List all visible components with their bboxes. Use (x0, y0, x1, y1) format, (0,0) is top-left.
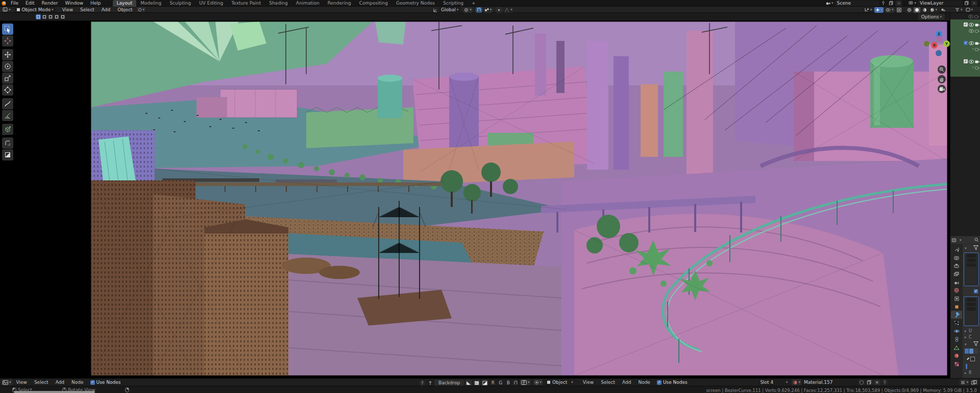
outliner-filter-icon[interactable]: ▾ (954, 7, 964, 13)
menu-help[interactable]: Help (87, 1, 105, 6)
properties-tab-view-layer[interactable] (951, 270, 962, 278)
parent-node-icon[interactable] (427, 380, 433, 386)
shader-menu-view[interactable]: View (579, 380, 597, 385)
workspace-tab-geometry-nodes[interactable]: Geometry Nodes (392, 0, 439, 7)
collection-exclude-checkbox[interactable]: ✓ (964, 41, 968, 45)
properties-tab-world[interactable] (951, 286, 962, 294)
compositor-menu-view[interactable]: View (13, 380, 31, 385)
tool-select-box[interactable] (2, 24, 13, 35)
pivot-point-icon[interactable]: ▾ (463, 7, 473, 13)
tool-transform[interactable] (2, 84, 13, 96)
filter-funnel-icon[interactable] (973, 341, 978, 346)
menu-render[interactable]: Render (38, 1, 62, 6)
tool-scale[interactable] (2, 73, 13, 84)
workspace-tab-sculpting[interactable]: Sculpting (165, 0, 195, 7)
pin-icon[interactable] (881, 380, 888, 385)
properties-tab-scene[interactable] (951, 278, 962, 286)
shading-material-icon[interactable] (921, 7, 928, 13)
disable-render-camera-icon[interactable] (975, 23, 979, 27)
properties-tab-object-data[interactable] (951, 343, 962, 352)
show-overlays-icon[interactable]: ▾ (885, 7, 895, 13)
material-browse-icon[interactable]: ▾ (792, 379, 801, 385)
shading-solid-icon[interactable] (914, 7, 920, 13)
mode-dropdown[interactable]: Object Mode▾ (14, 7, 56, 12)
options-button[interactable]: Options▾ (918, 14, 945, 20)
properties-tab-physics[interactable] (951, 327, 962, 335)
new-view-layer-icon[interactable] (963, 1, 970, 6)
blender-logo-icon[interactable] (0, 0, 7, 6)
hide-eye-icon[interactable] (968, 15, 973, 18)
scene-icon[interactable]: ▾ (825, 1, 835, 6)
workspace-tab-modeling[interactable]: Modeling (136, 0, 165, 7)
render-preview-icon[interactable] (940, 7, 947, 13)
hide-eye-icon[interactable] (969, 41, 974, 45)
select-mode-invert-button[interactable] (54, 14, 59, 19)
proportional-falloff-icon[interactable]: ▾ (503, 7, 513, 13)
backdrop-toggle[interactable]: Backdrop (434, 380, 464, 386)
snapping-grid-icon[interactable]: ▾ (960, 379, 969, 385)
viewport-menu-view[interactable]: View (59, 7, 77, 12)
xray-toggle-icon[interactable] (896, 7, 902, 13)
outliner-display-mode-icon[interactable]: ▾ (965, 7, 974, 13)
display-toggle-group[interactable] (965, 349, 978, 354)
hide-eye-icon[interactable] (969, 29, 974, 33)
overlap-windows-icon[interactable] (970, 379, 978, 385)
shading-wireframe-icon[interactable] (906, 7, 913, 13)
collapse-chevron-icon[interactable]: ▾ (972, 65, 974, 70)
tool-extra-corner[interactable] (2, 137, 13, 149)
backdrop-channel-alpha-icon[interactable] (481, 380, 488, 386)
properties-tab-tool[interactable] (951, 245, 962, 253)
tool-rotate[interactable] (2, 61, 13, 72)
outliner[interactable]: ✓ ✓ ▾ ✓ (950, 13, 980, 236)
use-nodes-checkbox[interactable]: ✓ (90, 380, 95, 385)
fake-user-shield-icon[interactable] (859, 380, 865, 385)
editor-type-icon[interactable]: ▾ (520, 379, 531, 385)
delete-scene-icon[interactable]: × (895, 1, 902, 6)
material-name-field[interactable]: Material.157 (802, 380, 858, 385)
editor-type-icon[interactable]: ▾ (2, 379, 12, 385)
backdrop-channel-color-alpha-icon[interactable] (465, 380, 472, 386)
collection-exclude-checkbox[interactable]: ✓ (964, 22, 968, 27)
disable-render-camera-icon[interactable] (975, 60, 979, 63)
use-nodes-checkbox[interactable]: ✓ (657, 380, 662, 385)
tool-cursor[interactable] (2, 35, 13, 47)
backdrop-channel-color-icon[interactable] (473, 380, 480, 386)
select-mode-set-button[interactable] (36, 14, 41, 19)
modifier-options-panel[interactable] (964, 296, 979, 326)
modifier-visibility-checkbox[interactable]: ✓ (974, 289, 978, 293)
hide-eye-icon[interactable] (969, 23, 974, 27)
object-visibility-icon[interactable]: ▾ (863, 7, 873, 13)
properties-tab-particles[interactable] (951, 319, 962, 327)
properties-search-icon[interactable] (974, 238, 979, 242)
menu-edit[interactable]: Edit (22, 1, 38, 6)
camera-view-icon[interactable] (938, 85, 946, 93)
tool-annotate[interactable] (2, 98, 13, 109)
properties-tab-modifiers[interactable] (951, 311, 962, 319)
navigation-gizmo[interactable]: Z X Y (919, 20, 950, 89)
proportional-editing-icon[interactable] (496, 7, 502, 13)
compositor-menu-node[interactable]: Node (68, 380, 87, 385)
gizmo-axis-y-neg[interactable] (937, 36, 942, 41)
properties-tab-material[interactable] (951, 352, 962, 360)
collapse-chevron-icon[interactable]: ▾ (972, 47, 974, 51)
properties-tab-texture[interactable] (951, 360, 962, 368)
pin-icon[interactable] (880, 1, 887, 6)
backdrop-channel-b-button[interactable]: B (505, 380, 511, 386)
eyedropper-row[interactable] (965, 357, 975, 361)
workspace-tab-uv-editing[interactable]: UV Editing (195, 0, 227, 7)
shader-sphere-icon[interactable]: ▾ (533, 379, 543, 385)
compositor-menu-select[interactable]: Select (31, 380, 52, 385)
add-workspace-button[interactable]: + (468, 0, 480, 7)
tool-measure[interactable] (2, 110, 13, 121)
shader-menu-select[interactable]: Select (597, 380, 619, 385)
properties-editor[interactable]: ▾ ▾ ✓ ▸ ▸ U C ▾ (950, 236, 980, 378)
delete-view-layer-icon[interactable]: × (971, 1, 977, 6)
viewport-menu-object[interactable]: Object (114, 7, 136, 12)
hide-eye-icon[interactable] (969, 60, 974, 63)
properties-editor-type-icon[interactable] (952, 238, 957, 242)
view-layer-icon[interactable]: ▾ (908, 1, 917, 6)
disable-render-camera-icon[interactable] (975, 29, 979, 33)
viewport-menu-add[interactable]: Add (98, 7, 114, 12)
show-gizmos-icon[interactable]: ▾ (874, 7, 884, 13)
gizmo-axis-x-neg[interactable] (924, 41, 929, 47)
